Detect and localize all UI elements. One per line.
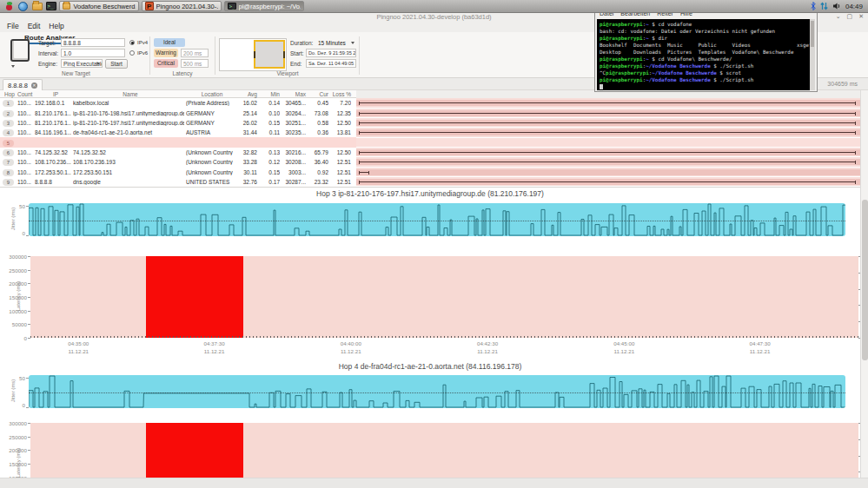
bottom-strip: [0, 478, 868, 488]
cell-count: 110...: [17, 149, 31, 155]
ipv6-radio[interactable]: [129, 50, 135, 56]
terminal-text: pi@raspberrypi: [600, 22, 643, 27]
hop4-jitter-plot: [29, 375, 845, 408]
terminal-screen[interactable]: pi@raspberrypi:~ $ cd vodafonebash: cd: …: [597, 19, 811, 90]
table-row-hop-3[interactable]: 3110...81.210.176.1...ip-81-210-176-197.…: [0, 118, 356, 128]
hop3-latency-xtick-time: 04:47:30: [739, 340, 782, 346]
viewport-end-input[interactable]: Sa. Dez. 11 04:49:05 2021: [306, 59, 356, 68]
cell-count: 110...: [17, 120, 31, 126]
terminal-text: bash: cd: vodafone: Datei oder Verzeichn…: [600, 29, 775, 34]
engine-dropdown-arrow[interactable]: [96, 63, 100, 65]
table-row-hop-9[interactable]: 9110...8.8.8.8dns.googleUNITED STATES32.…: [0, 177, 356, 187]
table-row-hop-7[interactable]: 7110...108.170.236....108.170.236.193(Un…: [0, 157, 356, 167]
raspberry-menu-icon[interactable]: [3, 1, 15, 11]
table-row-hop-1[interactable]: 1110...192.168.0.1kabelbox.local(Private…: [0, 98, 356, 108]
table-row-hop-2[interactable]: 2110...81.210.176.1...ip-81-210-176-198.…: [0, 108, 356, 117]
cell-cur: 0.92: [308, 169, 328, 175]
sparkline-row-hop-5: [356, 138, 860, 148]
tab-close-icon[interactable]: ✕: [31, 82, 37, 89]
col-header-hop[interactable]: Hop: [3, 91, 17, 97]
maximize-icon[interactable]: ▢: [847, 13, 853, 20]
duration-dropdown-arrow[interactable]: [351, 42, 354, 44]
start-button[interactable]: Start: [105, 59, 128, 69]
task-window-button-3[interactable]: >_pi@raspberrypi: ~/Vo...: [224, 1, 304, 11]
minimize-icon[interactable]: ⌄: [836, 13, 841, 20]
hop3-latency-xtick-date: 11.12.21: [193, 348, 236, 354]
col-header-count[interactable]: Count: [17, 91, 36, 97]
table-row-hop-6[interactable]: 6110...74.125.32.5274.125.32.52(Unknown …: [0, 148, 356, 157]
hop3-latency-ytick-200000: 200000: [0, 280, 27, 287]
cell-ip: 192.168.0.1: [35, 100, 71, 106]
warning-value-input[interactable]: 200 ms: [181, 49, 209, 57]
viewport-selector[interactable]: [254, 40, 285, 69]
x-axis-ticks: [30, 336, 858, 338]
target-cube-icon[interactable]: [10, 39, 30, 62]
pingnoo-icon: P: [145, 2, 154, 10]
viewport-start-label: Start:: [290, 50, 304, 56]
cell-loss: 12.51: [330, 169, 351, 175]
task-window-button-1[interactable]: Vodafone Beschwerd...: [59, 1, 139, 11]
cell-name: ip-81-210-176-197.hsi17.unitymediagroup.…: [73, 120, 184, 126]
viewport-start-input[interactable]: Do. Dez. 9 21:59:35 2021: [306, 49, 356, 57]
terminal-scrollbar[interactable]: [810, 19, 815, 90]
clock[interactable]: 04:49: [845, 3, 865, 10]
table-row-hop-8[interactable]: 8110...172.253.50.1...172.253.50.151(Unk…: [0, 167, 356, 176]
task-window-label: pi@raspberrypi: ~/Vo...: [239, 3, 301, 10]
cell-name: 74.125.32.52: [73, 149, 184, 155]
col-header-avg[interactable]: Avg: [228, 91, 257, 97]
latency-range-line: [359, 152, 856, 153]
interval-input[interactable]: 1.0: [61, 49, 125, 57]
col-header-max[interactable]: Max: [282, 91, 306, 97]
vertical-scrollbar[interactable]: [860, 90, 868, 478]
hop4-jitter-ytick-0: 0: [0, 402, 25, 408]
network-arrows-icon[interactable]: [820, 2, 828, 10]
menu-item-edit[interactable]: Edit: [28, 22, 41, 30]
ipv4-radio[interactable]: [129, 40, 135, 45]
cell-cur: 0.45: [308, 100, 328, 106]
tab-8888[interactable]: 8.8.8.8 ✕: [3, 79, 43, 90]
volume-icon[interactable]: [832, 2, 841, 10]
col-header-name[interactable]: Name: [104, 91, 156, 97]
terminal-text: Bookshelf Documents Music Public Videos …: [600, 43, 811, 48]
terminal-scrollbar-thumb[interactable]: [811, 21, 814, 47]
web-browser-icon[interactable]: [17, 1, 29, 11]
col-header-min[interactable]: Min: [259, 91, 280, 97]
engine-label: Engine:: [38, 61, 57, 67]
table-row-hop-5[interactable]: 5: [0, 137, 356, 147]
menu-item-help[interactable]: Help: [49, 22, 63, 30]
critical-value-input[interactable]: 500 ms: [181, 59, 209, 68]
hop3-latency-xtick-date: 11.12.21: [329, 348, 373, 354]
col-header-ip[interactable]: IP: [40, 91, 71, 97]
warning-pill[interactable]: Warning: [154, 49, 178, 57]
target-icon-dropdown-arrow[interactable]: [11, 65, 15, 68]
taskbar: >_ Vodafone Beschwerd...PPingnoo 2021.04…: [0, 0, 868, 13]
close-icon[interactable]: ✕: [858, 13, 864, 20]
cell-loss: 12.51: [330, 159, 351, 165]
ideal-pill[interactable]: Ideal: [154, 38, 185, 47]
menu-item-file[interactable]: File: [7, 22, 19, 30]
cell-cur: 23.32: [308, 179, 328, 185]
duration-select[interactable]: 15 Minutes: [318, 40, 346, 46]
col-header-cur[interactable]: Cur: [308, 91, 328, 97]
task-window-button-2[interactable]: PPingnoo 2021.04.30-...: [142, 1, 222, 11]
critical-pill[interactable]: Critical: [154, 59, 178, 68]
hop-number-badge: 8: [3, 169, 14, 176]
table-row-hop-4[interactable]: 4110...84.116.196.1...de-fra04d-rc1-ae-2…: [0, 128, 356, 137]
target-input[interactable]: 8.8.8.8: [61, 38, 125, 47]
scrollbar-thumb[interactable]: [862, 200, 868, 360]
col-header-location[interactable]: Location: [193, 91, 231, 97]
bluetooth-icon[interactable]: [811, 2, 816, 10]
cell-count: 110...: [17, 129, 31, 135]
cell-count: 110...: [17, 179, 31, 185]
file-manager-icon[interactable]: [31, 1, 43, 11]
cell-name: kabelbox.local: [73, 100, 184, 106]
terminal-cursor: [600, 84, 603, 90]
cell-max: 30465...: [282, 100, 306, 106]
terminal-window: DateiBearbeitenReiterHilfe pi@raspberryp…: [594, 9, 818, 92]
terminal-text: $ cd vodafone: [649, 22, 692, 27]
cell-name: 172.253.50.151: [73, 169, 184, 175]
col-header-loss[interactable]: Loss %: [327, 91, 351, 97]
jitter-midline: [29, 221, 845, 221]
sparkline-row-hop-4: [356, 128, 860, 137]
terminal-launcher-icon[interactable]: >_: [45, 1, 56, 11]
